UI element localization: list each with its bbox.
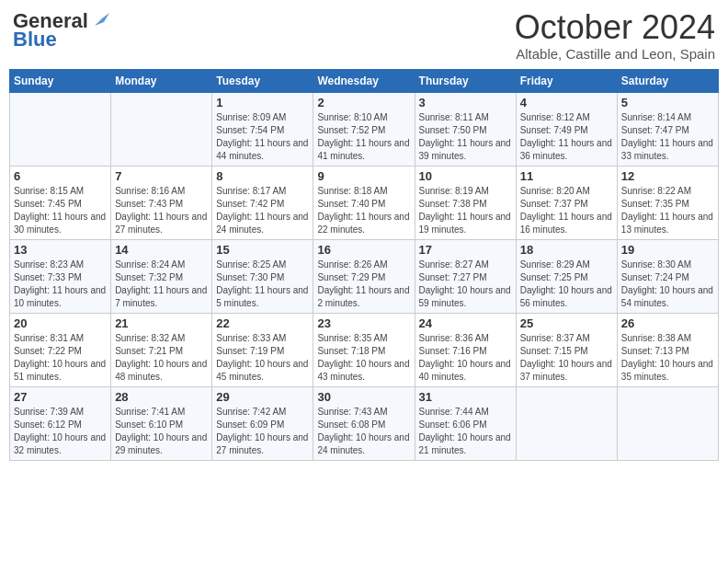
day-info: Sunrise: 7:41 AM Sunset: 6:10 PM Dayligh… bbox=[115, 406, 208, 457]
day-info: Sunrise: 8:25 AM Sunset: 7:30 PM Dayligh… bbox=[216, 259, 309, 310]
day-number: 6 bbox=[14, 169, 107, 183]
day-number: 4 bbox=[520, 96, 613, 109]
calendar-cell: 18Sunrise: 8:29 AM Sunset: 7:25 PM Dayli… bbox=[516, 239, 617, 313]
day-info: Sunrise: 8:23 AM Sunset: 7:33 PM Dayligh… bbox=[14, 259, 107, 310]
day-number: 2 bbox=[317, 96, 410, 109]
header-row: SundayMondayTuesdayWednesdayThursdayFrid… bbox=[10, 69, 719, 92]
day-info: Sunrise: 8:26 AM Sunset: 7:29 PM Dayligh… bbox=[317, 259, 410, 310]
day-info: Sunrise: 8:24 AM Sunset: 7:32 PM Dayligh… bbox=[115, 259, 208, 310]
day-info: Sunrise: 8:32 AM Sunset: 7:21 PM Dayligh… bbox=[115, 332, 208, 384]
day-number: 8 bbox=[216, 169, 309, 183]
calendar-cell: 31Sunrise: 7:44 AM Sunset: 6:06 PM Dayli… bbox=[415, 386, 516, 460]
calendar-cell: 22Sunrise: 8:33 AM Sunset: 7:19 PM Dayli… bbox=[212, 313, 313, 386]
calendar-cell: 9Sunrise: 8:18 AM Sunset: 7:40 PM Daylig… bbox=[313, 166, 415, 239]
page-header: General Blue October 2024 Altable, Casti… bbox=[9, 9, 719, 62]
column-header-sunday: Sunday bbox=[10, 69, 111, 92]
day-info: Sunrise: 8:17 AM Sunset: 7:42 PM Dayligh… bbox=[216, 185, 309, 236]
day-info: Sunrise: 8:31 AM Sunset: 7:22 PM Dayligh… bbox=[14, 332, 107, 384]
calendar-cell bbox=[516, 386, 617, 460]
day-number: 12 bbox=[621, 169, 714, 183]
calendar-cell: 28Sunrise: 7:41 AM Sunset: 6:10 PM Dayli… bbox=[111, 386, 212, 460]
day-info: Sunrise: 8:36 AM Sunset: 7:16 PM Dayligh… bbox=[419, 332, 512, 384]
day-info: Sunrise: 8:10 AM Sunset: 7:52 PM Dayligh… bbox=[317, 111, 410, 163]
day-info: Sunrise: 8:29 AM Sunset: 7:25 PM Dayligh… bbox=[520, 259, 613, 310]
day-info: Sunrise: 8:22 AM Sunset: 7:35 PM Dayligh… bbox=[621, 185, 714, 236]
calendar-table: SundayMondayTuesdayWednesdayThursdayFrid… bbox=[9, 69, 719, 461]
day-info: Sunrise: 8:16 AM Sunset: 7:43 PM Dayligh… bbox=[115, 185, 208, 236]
calendar-cell: 12Sunrise: 8:22 AM Sunset: 7:35 PM Dayli… bbox=[617, 166, 718, 239]
title-block: October 2024 Altable, Castille and Leon,… bbox=[515, 9, 715, 62]
week-row-1: 1Sunrise: 8:09 AM Sunset: 7:54 PM Daylig… bbox=[10, 92, 719, 166]
day-number: 18 bbox=[520, 243, 613, 257]
day-number: 31 bbox=[419, 390, 512, 404]
day-info: Sunrise: 8:14 AM Sunset: 7:47 PM Dayligh… bbox=[621, 111, 714, 163]
day-info: Sunrise: 8:30 AM Sunset: 7:24 PM Dayligh… bbox=[621, 259, 714, 310]
logo: General Blue bbox=[13, 9, 109, 52]
day-number: 20 bbox=[14, 316, 107, 330]
day-number: 25 bbox=[520, 316, 613, 330]
column-header-wednesday: Wednesday bbox=[313, 69, 415, 92]
day-number: 22 bbox=[216, 316, 309, 330]
day-number: 27 bbox=[14, 390, 107, 404]
calendar-cell: 15Sunrise: 8:25 AM Sunset: 7:30 PM Dayli… bbox=[212, 239, 313, 313]
calendar-cell: 20Sunrise: 8:31 AM Sunset: 7:22 PM Dayli… bbox=[10, 313, 111, 386]
day-number: 7 bbox=[115, 169, 208, 183]
column-header-thursday: Thursday bbox=[415, 69, 516, 92]
day-info: Sunrise: 8:37 AM Sunset: 7:15 PM Dayligh… bbox=[520, 332, 613, 384]
calendar-cell: 16Sunrise: 8:26 AM Sunset: 7:29 PM Dayli… bbox=[313, 239, 415, 313]
calendar-cell: 29Sunrise: 7:42 AM Sunset: 6:09 PM Dayli… bbox=[212, 386, 313, 460]
day-info: Sunrise: 7:44 AM Sunset: 6:06 PM Dayligh… bbox=[419, 406, 512, 457]
day-info: Sunrise: 7:42 AM Sunset: 6:09 PM Dayligh… bbox=[216, 406, 309, 457]
calendar-cell: 7Sunrise: 8:16 AM Sunset: 7:43 PM Daylig… bbox=[111, 166, 212, 239]
day-info: Sunrise: 8:18 AM Sunset: 7:40 PM Dayligh… bbox=[317, 185, 410, 236]
day-info: Sunrise: 7:43 AM Sunset: 6:08 PM Dayligh… bbox=[317, 406, 410, 457]
day-number: 9 bbox=[317, 169, 410, 183]
calendar-cell: 19Sunrise: 8:30 AM Sunset: 7:24 PM Dayli… bbox=[617, 239, 718, 313]
calendar-cell: 11Sunrise: 8:20 AM Sunset: 7:37 PM Dayli… bbox=[516, 166, 617, 239]
calendar-cell bbox=[10, 92, 111, 166]
week-row-4: 20Sunrise: 8:31 AM Sunset: 7:22 PM Dayli… bbox=[10, 313, 719, 386]
day-info: Sunrise: 8:15 AM Sunset: 7:45 PM Dayligh… bbox=[14, 185, 107, 236]
month-title: October 2024 bbox=[515, 9, 715, 46]
day-info: Sunrise: 8:12 AM Sunset: 7:49 PM Dayligh… bbox=[520, 111, 613, 163]
location-title: Altable, Castille and Leon, Spain bbox=[515, 46, 715, 62]
day-number: 23 bbox=[317, 316, 410, 330]
column-header-saturday: Saturday bbox=[617, 69, 718, 92]
week-row-3: 13Sunrise: 8:23 AM Sunset: 7:33 PM Dayli… bbox=[10, 239, 719, 313]
column-header-friday: Friday bbox=[516, 69, 617, 92]
calendar-cell: 27Sunrise: 7:39 AM Sunset: 6:12 PM Dayli… bbox=[10, 386, 111, 460]
calendar-cell: 6Sunrise: 8:15 AM Sunset: 7:45 PM Daylig… bbox=[10, 166, 111, 239]
day-number: 19 bbox=[621, 243, 714, 257]
day-info: Sunrise: 7:39 AM Sunset: 6:12 PM Dayligh… bbox=[14, 406, 107, 457]
day-info: Sunrise: 8:09 AM Sunset: 7:54 PM Dayligh… bbox=[216, 111, 309, 163]
calendar-cell: 10Sunrise: 8:19 AM Sunset: 7:38 PM Dayli… bbox=[415, 166, 516, 239]
calendar-cell: 1Sunrise: 8:09 AM Sunset: 7:54 PM Daylig… bbox=[212, 92, 313, 166]
day-number: 1 bbox=[216, 96, 309, 109]
calendar-cell: 8Sunrise: 8:17 AM Sunset: 7:42 PM Daylig… bbox=[212, 166, 313, 239]
calendar-cell bbox=[111, 92, 212, 166]
svg-marker-0 bbox=[95, 13, 109, 26]
week-row-5: 27Sunrise: 7:39 AM Sunset: 6:12 PM Dayli… bbox=[10, 386, 719, 460]
day-number: 13 bbox=[14, 243, 107, 257]
day-number: 30 bbox=[317, 390, 410, 404]
logo-bird-icon bbox=[89, 9, 109, 29]
column-header-tuesday: Tuesday bbox=[212, 69, 313, 92]
calendar-cell: 14Sunrise: 8:24 AM Sunset: 7:32 PM Dayli… bbox=[111, 239, 212, 313]
calendar-cell: 25Sunrise: 8:37 AM Sunset: 7:15 PM Dayli… bbox=[516, 313, 617, 386]
calendar-cell: 13Sunrise: 8:23 AM Sunset: 7:33 PM Dayli… bbox=[10, 239, 111, 313]
day-info: Sunrise: 8:20 AM Sunset: 7:37 PM Dayligh… bbox=[520, 185, 613, 236]
day-number: 14 bbox=[115, 243, 208, 257]
day-info: Sunrise: 8:11 AM Sunset: 7:50 PM Dayligh… bbox=[419, 111, 512, 163]
day-info: Sunrise: 8:19 AM Sunset: 7:38 PM Dayligh… bbox=[419, 185, 512, 236]
day-info: Sunrise: 8:27 AM Sunset: 7:27 PM Dayligh… bbox=[419, 259, 512, 310]
day-number: 26 bbox=[621, 316, 714, 330]
calendar-cell: 21Sunrise: 8:32 AM Sunset: 7:21 PM Dayli… bbox=[111, 313, 212, 386]
day-number: 21 bbox=[115, 316, 208, 330]
calendar-cell: 4Sunrise: 8:12 AM Sunset: 7:49 PM Daylig… bbox=[516, 92, 617, 166]
day-info: Sunrise: 8:33 AM Sunset: 7:19 PM Dayligh… bbox=[216, 332, 309, 384]
day-number: 24 bbox=[419, 316, 512, 330]
week-row-2: 6Sunrise: 8:15 AM Sunset: 7:45 PM Daylig… bbox=[10, 166, 719, 239]
day-number: 3 bbox=[419, 96, 512, 109]
day-number: 17 bbox=[419, 243, 512, 257]
day-number: 28 bbox=[115, 390, 208, 404]
